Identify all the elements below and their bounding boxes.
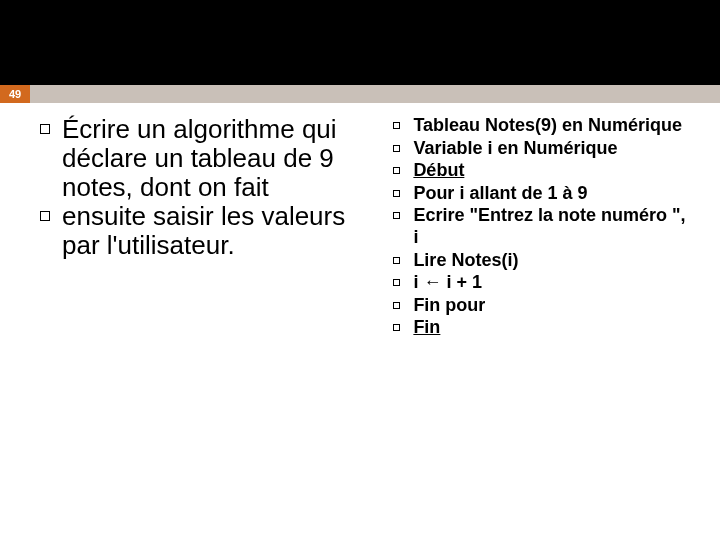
list-item: i ← i + 1 xyxy=(393,272,695,294)
list-item: Fin xyxy=(393,317,695,339)
list-item: Lire Notes(i) xyxy=(393,250,695,272)
left-column: Écrire un algorithme qui déclare un tabl… xyxy=(40,115,373,340)
list-item: Tableau Notes(9) en Numérique xyxy=(393,115,695,137)
right-column: Tableau Notes(9) en NumériqueVariable i … xyxy=(393,115,695,340)
list-item: Écrire un algorithme qui déclare un tabl… xyxy=(40,115,373,202)
list-item: Début xyxy=(393,160,695,182)
list-item: Pour i allant de 1 à 9 xyxy=(393,183,695,205)
header-divider xyxy=(30,85,720,103)
slide: 49 Écrire un algorithme qui déclare un t… xyxy=(0,85,720,540)
list-item-label: Début xyxy=(413,160,464,180)
content-area: Écrire un algorithme qui déclare un tabl… xyxy=(0,85,720,340)
left-list: Écrire un algorithme qui déclare un tabl… xyxy=(40,115,373,261)
list-item: Ecrire "Entrez la note numéro ", i xyxy=(393,205,695,248)
list-item-label: Fin xyxy=(413,317,440,337)
right-list: Tableau Notes(9) en NumériqueVariable i … xyxy=(393,115,695,339)
list-item: Variable i en Numérique xyxy=(393,138,695,160)
list-item: ensuite saisir les valeurs par l'utilisa… xyxy=(40,202,373,260)
list-item: Fin pour xyxy=(393,295,695,317)
page-number-badge: 49 xyxy=(0,85,30,103)
